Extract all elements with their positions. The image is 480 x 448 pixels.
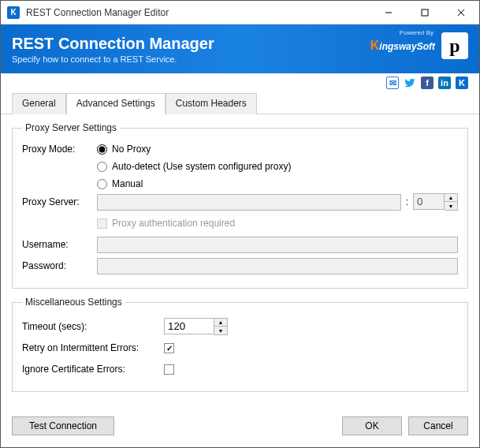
proxy-mode-no-proxy-label: No Proxy — [112, 144, 151, 155]
svg-rect-1 — [422, 9, 428, 16]
close-button[interactable] — [443, 1, 479, 24]
test-connection-button[interactable]: Test Connection — [12, 416, 114, 435]
cancel-button[interactable]: Cancel — [408, 416, 468, 435]
misc-legend: Miscellaneous Settings — [22, 297, 125, 308]
proxy-mode-auto-radio[interactable] — [97, 162, 107, 172]
tab-general[interactable]: General — [12, 93, 66, 114]
header-banner: REST Connection Manager Specify how to c… — [1, 24, 479, 73]
tab-content: Proxy Server Settings Proxy Mode: No Pro… — [1, 114, 479, 413]
proxy-settings-group: Proxy Server Settings Proxy Mode: No Pro… — [12, 122, 468, 289]
tab-strip: General Advanced Settings Custom Headers — [1, 92, 479, 114]
username-label: Username: — [22, 239, 97, 250]
proxy-mode-auto-label: Auto-detect (Use system configured proxy… — [112, 161, 291, 172]
retry-label: Retry on Intermittent Errors: — [22, 342, 164, 353]
titlebar: K REST Connection Manager Editor — [1, 1, 479, 24]
proxy-auth-checkbox[interactable] — [97, 218, 107, 229]
username-input[interactable] — [97, 237, 458, 253]
proxy-mode-options: No Proxy Auto-detect (Use system configu… — [97, 144, 291, 189]
proxy-mode-manual-radio[interactable] — [97, 179, 107, 189]
window-controls — [370, 1, 479, 24]
ignore-cert-label: Ignore Certificate Errors: — [22, 364, 164, 375]
timeout-label: Timeout (secs): — [22, 321, 164, 332]
brand-k: K — [370, 39, 380, 52]
ignore-cert-checkbox[interactable] — [164, 364, 174, 375]
proxy-mode-manual[interactable]: Manual — [97, 178, 291, 189]
ok-button[interactable]: OK — [342, 416, 402, 435]
linkedin-icon[interactable]: in — [438, 77, 451, 89]
up-arrow-icon[interactable]: ▲ — [445, 194, 457, 202]
proxy-mode-label: Proxy Mode: — [22, 144, 97, 155]
minimize-button[interactable] — [370, 1, 407, 24]
kingsway-icon[interactable]: K — [456, 77, 468, 89]
proxy-mode-no-proxy[interactable]: No Proxy — [97, 144, 291, 155]
proxy-mode-manual-label: Manual — [112, 178, 143, 189]
password-label: Password: — [22, 260, 97, 271]
proxy-port-input[interactable] — [413, 193, 445, 210]
twitter-icon[interactable] — [404, 77, 416, 89]
timeout-arrows[interactable]: ▲▼ — [214, 318, 228, 335]
proxy-auth-label: Proxy authentication required — [112, 218, 235, 229]
window-frame: K REST Connection Manager Editor REST Co… — [0, 0, 480, 448]
proxy-port-spinner[interactable]: ▲▼ — [413, 193, 458, 211]
tab-advanced-settings[interactable]: Advanced Settings — [66, 93, 166, 114]
up-arrow-icon[interactable]: ▲ — [214, 319, 227, 327]
proxy-port-arrows[interactable]: ▲▼ — [445, 193, 458, 211]
kingswaysoft-logo: KingswaySoft — [370, 39, 435, 53]
app-icon: K — [7, 6, 20, 19]
window-title: REST Connection Manager Editor — [26, 7, 370, 18]
down-arrow-icon[interactable]: ▼ — [445, 202, 457, 210]
tab-custom-headers[interactable]: Custom Headers — [166, 93, 257, 114]
social-bar: ✉ f in K — [1, 73, 479, 92]
timeout-input[interactable] — [164, 318, 214, 334]
timeout-spinner[interactable]: ▲▼ — [164, 318, 228, 335]
password-input[interactable] — [97, 258, 458, 274]
retry-checkbox[interactable] — [164, 343, 174, 353]
proxy-legend: Proxy Server Settings — [22, 122, 120, 133]
maximize-button[interactable] — [407, 1, 443, 24]
misc-settings-group: Miscellaneous Settings Timeout (secs): ▲… — [12, 297, 468, 392]
banner-subtitle: Specify how to connect to a REST Service… — [12, 54, 214, 64]
dialog-footer: Test Connection OK Cancel — [1, 413, 479, 447]
brand-text: ingswaySoft — [379, 41, 435, 52]
banner-heading: REST Connection Manager — [12, 35, 214, 53]
proxy-port-separator: : — [401, 196, 413, 207]
down-arrow-icon[interactable]: ▼ — [214, 327, 227, 334]
proxy-mode-no-proxy-radio[interactable] — [97, 144, 107, 155]
proxy-server-label: Proxy Server: — [22, 196, 97, 207]
proxy-server-input[interactable] — [97, 194, 401, 211]
facebook-icon[interactable]: f — [421, 77, 433, 89]
brand-area: KingswaySoft p — [370, 32, 468, 59]
mail-icon[interactable]: ✉ — [386, 77, 399, 89]
product-icon: p — [441, 32, 468, 59]
proxy-mode-auto[interactable]: Auto-detect (Use system configured proxy… — [97, 161, 291, 172]
